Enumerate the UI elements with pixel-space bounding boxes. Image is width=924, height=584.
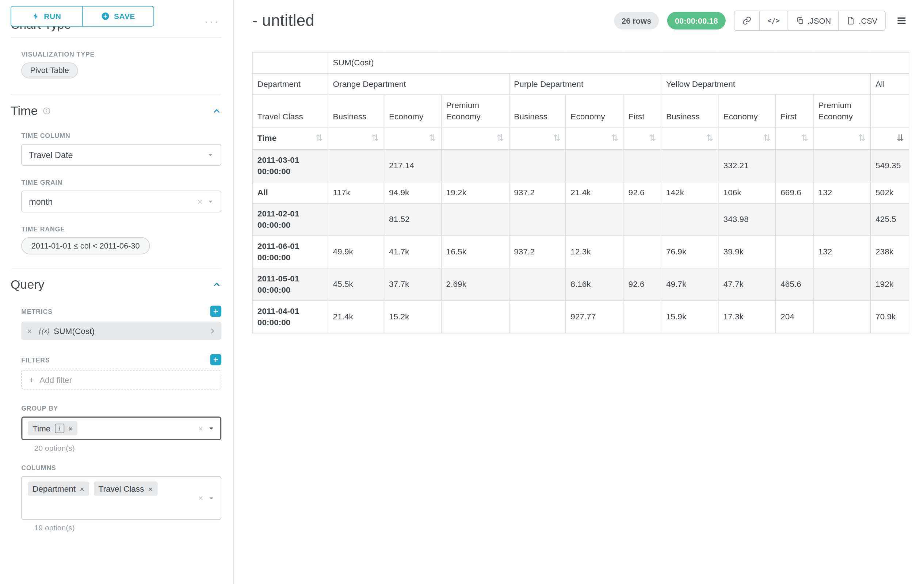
group-by-select[interactable]: Timei× × bbox=[21, 416, 221, 440]
embed-code-button[interactable]: </> bbox=[759, 11, 788, 31]
time-grain-select[interactable]: month × bbox=[21, 191, 221, 212]
code-icon: </> bbox=[767, 16, 780, 25]
metric-chip[interactable]: × ƒ(x) SUM(Cost) bbox=[21, 322, 221, 340]
columns-select[interactable]: Department×Travel Class× × bbox=[21, 476, 221, 520]
run-save-button-group: RUN SAVE bbox=[11, 6, 154, 26]
sort-toggle-icon[interactable]: ⇅ bbox=[611, 132, 618, 144]
chevron-down-icon bbox=[207, 151, 214, 158]
value-cell: 132 bbox=[813, 235, 871, 268]
selected-option-chip[interactable]: Travel Class× bbox=[94, 482, 157, 496]
pivot-row: All117k94.9k19.2k937.221.4k92.6142k106k6… bbox=[252, 182, 909, 203]
time-range-value[interactable]: 2011-01-01 ≤ col < 2011-06-30 bbox=[21, 237, 150, 254]
sort-toggle-icon[interactable]: ⇅ bbox=[553, 132, 560, 144]
selected-option-chip[interactable]: Department× bbox=[28, 482, 89, 496]
download-csv-label: .CSV bbox=[859, 16, 877, 25]
chart-header: - untitled 26 rows 00:00:00.18 </> bbox=[252, 10, 909, 32]
remove-chip-icon[interactable]: × bbox=[148, 484, 153, 493]
column-leaf-header: Economy bbox=[718, 95, 776, 127]
copy-link-button[interactable] bbox=[734, 11, 760, 31]
download-csv-button[interactable]: .CSV bbox=[838, 11, 886, 31]
value-cell bbox=[776, 235, 813, 268]
value-cell bbox=[813, 203, 871, 235]
remove-chip-icon[interactable]: × bbox=[79, 484, 84, 493]
value-cell: 49.9k bbox=[328, 235, 384, 268]
sort-toggle-icon[interactable]: ⇅ bbox=[858, 132, 865, 144]
remove-chip-icon[interactable]: × bbox=[68, 424, 73, 433]
clear-icon[interactable]: × bbox=[198, 423, 203, 433]
menu-button[interactable] bbox=[894, 14, 909, 27]
collapse-chevron-icon[interactable] bbox=[212, 106, 221, 116]
value-cell: 12.3k bbox=[566, 235, 624, 268]
value-cell bbox=[776, 149, 813, 182]
columns-chips: Department×Travel Class× bbox=[28, 482, 215, 496]
time-column-label: TIME COLUMN bbox=[21, 132, 221, 139]
value-cell bbox=[441, 300, 509, 333]
sort-toggle-icon[interactable]: ⇅ bbox=[496, 132, 504, 144]
value-cell: 94.9k bbox=[384, 182, 441, 203]
selected-option-chip[interactable]: Timei× bbox=[28, 421, 78, 436]
link-icon bbox=[742, 16, 752, 26]
columns-options-hint: 19 option(s) bbox=[34, 523, 221, 532]
run-button[interactable]: RUN bbox=[11, 6, 82, 26]
pivot-row: 2011-02-01 00:00:0081.52343.98425.5 bbox=[252, 203, 909, 235]
remove-metric-icon[interactable]: × bbox=[27, 326, 32, 336]
pivot-row: 2011-06-01 00:00:0049.9k41.7k16.5k937.21… bbox=[252, 235, 909, 268]
value-cell: 217.14 bbox=[384, 149, 441, 182]
add-filter-plus-button[interactable] bbox=[210, 354, 222, 365]
value-cell: 549.35 bbox=[871, 149, 909, 182]
clear-icon[interactable]: × bbox=[198, 493, 203, 503]
collapse-chevron-icon[interactable] bbox=[212, 280, 221, 289]
run-button-label: RUN bbox=[44, 12, 61, 20]
value-cell: 39.9k bbox=[718, 235, 776, 268]
value-cell: 465.6 bbox=[776, 268, 813, 300]
time-section-title: Time bbox=[11, 104, 38, 118]
app-window: Chart Type RUN SAVE ··· VISUALIZATION TY… bbox=[0, 0, 924, 584]
value-cell bbox=[813, 300, 871, 333]
sort-toggle-icon[interactable]: ⇅ bbox=[429, 132, 436, 144]
value-cell: 204 bbox=[776, 300, 813, 333]
save-button[interactable]: SAVE bbox=[82, 6, 154, 26]
sort-toggle-icon[interactable]: ⇅ bbox=[371, 132, 379, 144]
value-cell: 106k bbox=[718, 182, 776, 203]
sort-toggle-icon[interactable]: ⇅ bbox=[763, 132, 770, 144]
chip-label: Travel Class bbox=[99, 484, 144, 494]
time-grain-value: month bbox=[29, 197, 197, 206]
column-leaf-header: Premium Economy bbox=[441, 95, 509, 127]
column-leaf-header: Economy bbox=[384, 95, 441, 127]
time-column-select[interactable]: Travel Date bbox=[21, 144, 221, 166]
sort-toggle-icon[interactable]: ⇅ bbox=[648, 132, 656, 144]
group-by-options-hint: 20 option(s) bbox=[34, 444, 221, 452]
value-cell bbox=[776, 203, 813, 235]
value-cell bbox=[328, 149, 384, 182]
sort-toggle-icon[interactable]: ⇅ bbox=[706, 132, 713, 144]
value-cell: 41.7k bbox=[384, 235, 441, 268]
column-leaf-header: Economy bbox=[566, 95, 624, 127]
info-icon bbox=[42, 107, 51, 115]
add-metric-button[interactable] bbox=[210, 306, 222, 317]
download-json-button[interactable]: .JSON bbox=[787, 11, 839, 31]
chevron-right-icon[interactable] bbox=[208, 327, 217, 335]
value-cell bbox=[566, 203, 624, 235]
sort-header-cell: ⇅ bbox=[718, 127, 776, 149]
chart-title[interactable]: - untitled bbox=[252, 12, 314, 30]
add-filter-button[interactable]: + Add filter bbox=[21, 370, 221, 390]
value-cell: 2.69k bbox=[441, 268, 509, 300]
group-by-chips: Timei× bbox=[28, 421, 198, 436]
sort-toggle-icon[interactable]: ⇊ bbox=[897, 132, 904, 144]
add-filter-label: Add filter bbox=[40, 375, 72, 384]
visualization-type-value[interactable]: Pivot Table bbox=[21, 63, 78, 79]
file-icon bbox=[847, 16, 855, 25]
sort-toggle-icon[interactable]: ⇅ bbox=[801, 132, 808, 144]
value-cell: 192k bbox=[871, 268, 909, 300]
sort-header-cell: ⇅ bbox=[661, 127, 718, 149]
sort-toggle-icon[interactable]: ⇅ bbox=[315, 132, 323, 144]
value-cell bbox=[624, 149, 661, 182]
info-icon: i bbox=[55, 424, 64, 433]
value-cell bbox=[509, 300, 566, 333]
download-json-label: .JSON bbox=[807, 16, 831, 25]
value-cell bbox=[661, 149, 718, 182]
chip-label: Time bbox=[33, 424, 50, 433]
row-header: 2011-02-01 00:00:00 bbox=[252, 203, 328, 235]
value-cell: 15.9k bbox=[661, 300, 718, 333]
clear-icon[interactable]: × bbox=[197, 196, 202, 206]
